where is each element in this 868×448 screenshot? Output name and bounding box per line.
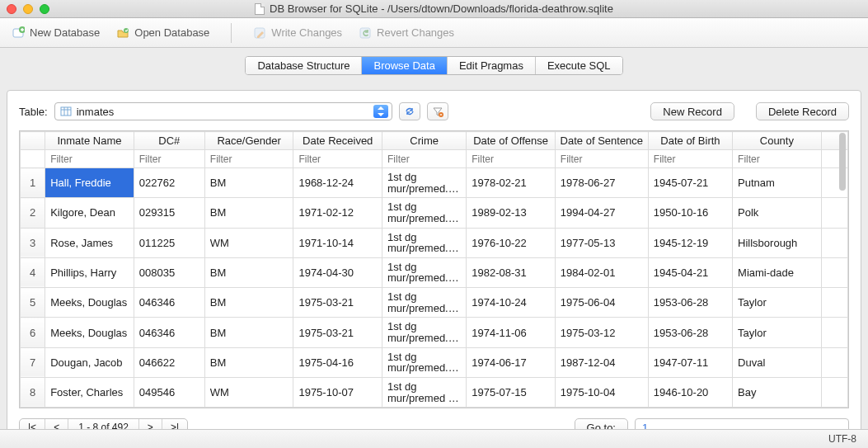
- cell-date-received[interactable]: 1968-12-24: [293, 168, 382, 198]
- cell-inmate-name[interactable]: Foster, Charles: [45, 377, 134, 407]
- tab-execute-sql[interactable]: Execute SQL: [536, 57, 622, 74]
- cell-county[interactable]: Miami-dade: [733, 257, 822, 287]
- table-select[interactable]: inmates: [54, 102, 392, 120]
- clear-filters-button[interactable]: [427, 102, 448, 120]
- cell-date-sentence[interactable]: 1978-06-27: [555, 168, 648, 198]
- cell-race-gender[interactable]: WM: [204, 377, 293, 407]
- cell-date-received[interactable]: 1975-03-21: [293, 288, 382, 318]
- cell-county[interactable]: Hillsborough: [733, 228, 822, 257]
- column-header[interactable]: Crime: [382, 132, 467, 150]
- cell-inmate-name[interactable]: Phillips, Harry: [45, 257, 134, 287]
- cell-race-gender[interactable]: BM: [204, 288, 293, 318]
- cell-dc[interactable]: 046346: [134, 318, 204, 347]
- cell-county[interactable]: Putnam: [733, 168, 822, 198]
- table-row[interactable]: 7Dougan, Jacob046622BM1975-04-161st dg m…: [21, 347, 848, 377]
- column-header[interactable]: Date of Sentence: [555, 132, 648, 150]
- cell-dob[interactable]: 1947-07-11: [648, 347, 732, 377]
- cell-date-offense[interactable]: 1976-10-22: [467, 228, 556, 257]
- table-row[interactable]: 6Meeks, Douglas046346BM1975-03-211st dg …: [21, 318, 848, 347]
- cell-inmate-name[interactable]: Rose, James: [45, 228, 134, 257]
- filter-input[interactable]: [556, 151, 648, 167]
- write-changes-button[interactable]: Write Changes: [253, 26, 342, 40]
- cell-race-gender[interactable]: BM: [204, 198, 293, 228]
- cell-dob[interactable]: 1950-10-16: [648, 198, 732, 228]
- filter-input[interactable]: [293, 151, 382, 167]
- open-database-button[interactable]: Open Database: [116, 26, 209, 40]
- cell-date-sentence[interactable]: 1975-06-04: [555, 288, 648, 318]
- cell-date-offense[interactable]: 1974-10-24: [467, 288, 556, 318]
- cell-date-received[interactable]: 1971-02-12: [293, 198, 382, 228]
- revert-changes-button[interactable]: Revert Changes: [359, 26, 454, 40]
- cell-county[interactable]: Taylor: [733, 288, 822, 318]
- cell-dc[interactable]: 049546: [134, 377, 204, 407]
- new-record-button[interactable]: New Record: [650, 102, 734, 120]
- filter-input[interactable]: [205, 151, 293, 167]
- cell-date-received[interactable]: 1971-10-14: [293, 228, 382, 257]
- cell-date-received[interactable]: 1975-03-21: [293, 318, 382, 347]
- cell-date-sentence[interactable]: 1975-03-12: [555, 318, 648, 347]
- cell-date-sentence[interactable]: 1977-05-13: [555, 228, 648, 257]
- table-row[interactable]: 8Foster, Charles049546WM1975-10-071st dg…: [21, 377, 848, 407]
- table-row[interactable]: 5Meeks, Douglas046346BM1975-03-211st dg …: [21, 288, 848, 318]
- cell-county[interactable]: Taylor: [733, 318, 822, 347]
- cell-dc[interactable]: 008035: [134, 257, 204, 287]
- filter-input[interactable]: [467, 151, 555, 167]
- new-database-button[interactable]: New Database: [12, 26, 100, 40]
- cell-date-received[interactable]: 1975-04-16: [293, 347, 382, 377]
- cell-date-offense[interactable]: 1974-11-06: [467, 318, 556, 347]
- cell-crime[interactable]: 1st dg mur/premed. …: [382, 198, 467, 228]
- table-row[interactable]: 4Phillips, Harry008035BM1974-04-301st dg…: [21, 257, 848, 287]
- cell-date-sentence[interactable]: 1984-02-01: [555, 257, 648, 287]
- cell-crime[interactable]: 1st dg mur/premed. …: [382, 347, 467, 377]
- column-header[interactable]: Date of Birth: [648, 132, 732, 150]
- cell-date-offense[interactable]: 1982-08-31: [467, 257, 556, 287]
- cell-inmate-name[interactable]: Meeks, Douglas: [45, 288, 134, 318]
- column-header[interactable]: Date Received: [293, 132, 382, 150]
- filter-input[interactable]: [649, 151, 732, 167]
- table-row[interactable]: 3Rose, James011225WM1971-10-141st dg mur…: [21, 228, 848, 257]
- cell-crime[interactable]: 1st dg mur/premed. …: [382, 228, 467, 257]
- cell-dc[interactable]: 022762: [134, 168, 204, 198]
- column-header[interactable]: Race/Gender: [204, 132, 293, 150]
- cell-dob[interactable]: 1945-12-19: [648, 228, 732, 257]
- cell-inmate-name[interactable]: Kilgore, Dean: [45, 198, 134, 228]
- cell-crime[interactable]: 1st dg mur/premed. …: [382, 168, 467, 198]
- cell-crime[interactable]: 1st dg mur/premed. …: [382, 318, 467, 347]
- data-grid[interactable]: Inmate Name DC# Race/Gender Date Receive…: [19, 130, 849, 408]
- cell-race-gender[interactable]: BM: [204, 347, 293, 377]
- filter-input[interactable]: [382, 151, 466, 167]
- tab-browse-data[interactable]: Browse Data: [362, 57, 447, 74]
- cell-county[interactable]: Duval: [733, 347, 822, 377]
- table-row[interactable]: 1Hall, Freddie022762BM1968-12-241st dg m…: [21, 168, 848, 198]
- cell-dc[interactable]: 011225: [134, 228, 204, 257]
- cell-date-sentence[interactable]: 1975-10-04: [555, 377, 648, 407]
- filter-input[interactable]: [45, 151, 134, 167]
- cell-crime[interactable]: 1st dg mur/premed. …: [382, 257, 467, 287]
- cell-race-gender[interactable]: BM: [204, 168, 293, 198]
- cell-date-offense[interactable]: 1978-02-21: [467, 168, 556, 198]
- cell-dob[interactable]: 1953-06-28: [648, 318, 732, 347]
- cell-date-offense[interactable]: 1974-06-17: [467, 347, 556, 377]
- column-header[interactable]: Date of Offense: [467, 132, 556, 150]
- cell-inmate-name[interactable]: Dougan, Jacob: [45, 347, 134, 377]
- delete-record-button[interactable]: Delete Record: [756, 102, 849, 120]
- cell-dob[interactable]: 1953-06-28: [648, 288, 732, 318]
- cell-county[interactable]: Bay: [733, 377, 822, 407]
- filter-input[interactable]: [134, 151, 204, 167]
- cell-dc[interactable]: 029315: [134, 198, 204, 228]
- cell-crime[interactable]: 1st dg mur/premed. …: [382, 288, 467, 318]
- cell-race-gender[interactable]: WM: [204, 228, 293, 257]
- zoom-icon[interactable]: [40, 4, 49, 14]
- cell-date-sentence[interactable]: 1994-04-27: [555, 198, 648, 228]
- column-header[interactable]: Inmate Name: [45, 132, 134, 150]
- tab-edit-pragmas[interactable]: Edit Pragmas: [448, 57, 536, 74]
- cell-dc[interactable]: 046346: [134, 288, 204, 318]
- column-header[interactable]: County: [733, 132, 822, 150]
- close-icon[interactable]: [7, 4, 16, 14]
- cell-date-received[interactable]: 1975-10-07: [293, 377, 382, 407]
- refresh-button[interactable]: [399, 102, 420, 120]
- vertical-scrollbar[interactable]: [838, 133, 847, 406]
- cell-crime[interactable]: 1st dg mur/premed …: [382, 377, 467, 407]
- cell-dob[interactable]: 1946-10-20: [648, 377, 732, 407]
- cell-inmate-name[interactable]: Meeks, Douglas: [45, 318, 134, 347]
